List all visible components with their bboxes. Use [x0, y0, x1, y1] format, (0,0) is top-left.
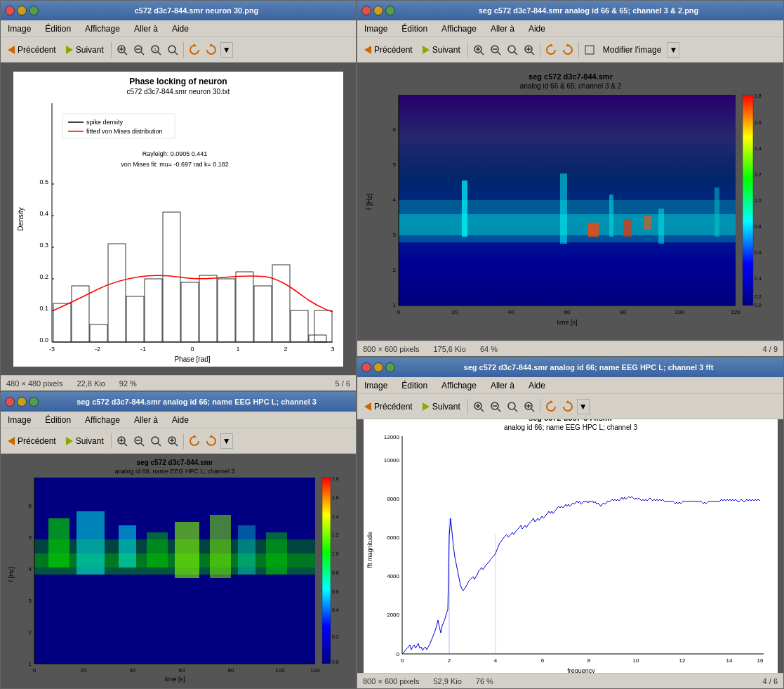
edit-icon-tr[interactable]	[582, 42, 597, 58]
menu-aide-tr[interactable]: Aide	[524, 22, 550, 35]
zoom-in-icon-bl[interactable]	[114, 433, 130, 449]
rotate-cw-icon[interactable]	[204, 42, 219, 58]
maximize-button-tr[interactable]	[385, 6, 395, 15]
next-button-bl[interactable]: Suivant	[62, 435, 108, 447]
minimize-button-tr[interactable]	[373, 6, 383, 15]
svg-text:0: 0	[396, 651, 399, 657]
rotate-cw-icon-bl[interactable]	[204, 433, 219, 449]
menu-allera-tr[interactable]: Aller à	[486, 22, 519, 35]
phase-locking-plot: Phase locking of neuron c572 d3c7-844.sm…	[13, 72, 343, 367]
menu-image-tr[interactable]: Image	[360, 22, 392, 35]
next-button[interactable]: Suivant	[62, 44, 108, 56]
minimize-button[interactable]	[17, 6, 27, 15]
svg-rect-40	[90, 324, 107, 342]
prev-button-tr[interactable]: Précédent	[360, 44, 417, 56]
window-title-bl: seg c572 d3c7-844.smr analog id 66; name…	[41, 398, 352, 406]
zoom-fit-icon[interactable]: 1	[148, 42, 164, 58]
zoom-100-icon-bl[interactable]	[165, 433, 180, 449]
menu-edition[interactable]: Édition	[41, 22, 75, 35]
minimize-button-bl[interactable]	[17, 397, 27, 407]
statusbar-bot-right: 800 × 600 pixels 52,9 Kio 76 % 4 / 6	[357, 673, 783, 688]
maximize-button-br[interactable]	[385, 362, 395, 372]
svg-rect-42	[126, 296, 144, 342]
svg-text:20: 20	[81, 667, 87, 674]
zoom-fit-icon-bl[interactable]	[148, 433, 164, 449]
svg-text:20: 20	[451, 309, 458, 315]
next-button-tr[interactable]: Suivant	[418, 44, 465, 56]
next-button-br[interactable]: Suivant	[418, 400, 465, 413]
svg-text:seg c572 d3c7-844.smr: seg c572 d3c7-844.smr	[529, 72, 613, 81]
titlebar-bot-right: seg c572 d3c7-844.smr analog id 66; name…	[357, 357, 783, 377]
zoom-out-icon-br[interactable]	[488, 399, 503, 414]
svg-marker-188	[549, 400, 553, 403]
menu-affichage[interactable]: Affichage	[81, 22, 124, 35]
zoom-fit-icon-tr[interactable]	[505, 42, 520, 58]
zoom-100-icon-tr[interactable]	[521, 42, 537, 58]
menu-allera-bl[interactable]: Aller à	[130, 414, 162, 426]
menu-affichage-bl[interactable]: Affichage	[81, 414, 124, 426]
menu-edition-bl[interactable]: Édition	[41, 414, 75, 426]
svg-text:seg c572 d3c7-844.smr: seg c572 d3c7-844.smr	[529, 419, 613, 422]
statusbar-top-left: 480 × 480 pixels 22,8 Kio 92 % 5 / 6	[1, 375, 356, 391]
svg-text:1.2: 1.2	[332, 532, 339, 537]
svg-text:1.0: 1.0	[755, 198, 762, 203]
zoom-out-icon-tr[interactable]	[488, 42, 503, 58]
status-size-tr: 175,6 Kio	[433, 345, 465, 353]
zoom-100-icon-br[interactable]	[521, 399, 537, 414]
zoom-in-icon-br[interactable]	[471, 399, 486, 414]
nav-dropdown-br[interactable]: ▼	[577, 399, 590, 414]
separator3-tr	[578, 42, 579, 58]
menu-image-br[interactable]: Image	[360, 379, 392, 392]
svg-text:60: 60	[564, 309, 570, 315]
zoom-out-icon[interactable]	[131, 42, 147, 58]
menu-aide-br[interactable]: Aide	[524, 379, 550, 392]
plot-area-bot-right: seg c572 d3c7-844.smr analog id 66; name…	[357, 419, 783, 673]
svg-text:analog id 66; name EEG HPC L; : analog id 66; name EEG HPC L; channel 3	[114, 468, 234, 475]
svg-text:Rayleigh:  0.0905 0.441: Rayleigh: 0.0905 0.441	[142, 150, 208, 157]
svg-text:f [Hz]: f [Hz]	[366, 193, 373, 210]
close-button-br[interactable]	[361, 362, 371, 372]
window-title-br: seg c572 d3c7-844.smr analog id 66; name…	[398, 363, 779, 372]
rotate-ccw-icon-br[interactable]	[543, 399, 559, 414]
prev-button-br[interactable]: Précédent	[360, 400, 417, 413]
nav-dropdown-bl[interactable]: ▼	[220, 433, 233, 449]
menu-allera-br[interactable]: Aller à	[486, 379, 519, 392]
nav-dropdown[interactable]: ▼	[220, 42, 233, 58]
close-button-tr[interactable]	[361, 6, 371, 15]
menu-affichage-br[interactable]: Affichage	[437, 379, 481, 392]
menu-aide[interactable]: Aide	[168, 22, 193, 35]
close-button[interactable]	[5, 6, 15, 15]
rotate-ccw-icon[interactable]	[187, 42, 202, 58]
zoom-out-icon-bl[interactable]	[131, 433, 147, 449]
menu-image-bl[interactable]: Image	[4, 414, 35, 426]
nav-dropdown-tr[interactable]: ▼	[667, 42, 679, 58]
svg-rect-87	[658, 209, 664, 244]
zoom-100-icon[interactable]	[165, 42, 180, 58]
menu-edition-br[interactable]: Édition	[397, 379, 432, 392]
rotate-cw-icon-tr[interactable]	[560, 42, 576, 58]
maximize-button-bl[interactable]	[29, 397, 39, 407]
svg-text:0.4: 0.4	[39, 210, 48, 217]
maximize-button[interactable]	[29, 6, 39, 15]
window-top-left: c572 d3c7-844.smr neuron 30.png Image Éd…	[0, 0, 357, 391]
menu-allera[interactable]: Aller à	[130, 22, 162, 35]
prev-button-bl[interactable]: Précédent	[4, 435, 60, 447]
rotate-ccw-icon-tr[interactable]	[543, 42, 559, 58]
prev-button[interactable]: Précédent	[4, 44, 60, 56]
svg-text:2: 2	[29, 629, 32, 636]
menu-aide-bl[interactable]: Aide	[168, 414, 193, 426]
rotate-ccw-icon-bl[interactable]	[187, 433, 202, 449]
rotate-cw-icon-br[interactable]	[560, 399, 576, 414]
menu-image[interactable]: Image	[4, 22, 35, 35]
zoom-in-icon[interactable]	[114, 42, 130, 58]
modify-image-button[interactable]: Modifier l'image	[599, 44, 666, 56]
zoom-in-icon-tr[interactable]	[471, 42, 486, 58]
close-button-bl[interactable]	[5, 397, 15, 407]
menubar-bot-right: Image Édition Affichage Aller à Aide	[357, 377, 783, 394]
menu-edition-tr[interactable]: Édition	[397, 22, 432, 35]
menu-affichage-tr[interactable]: Affichage	[437, 22, 481, 35]
svg-marker-74	[549, 44, 553, 46]
minimize-button-br[interactable]	[373, 362, 383, 372]
zoom-fit-icon-br[interactable]	[505, 399, 520, 414]
next-arrow-icon-tr	[423, 46, 430, 54]
